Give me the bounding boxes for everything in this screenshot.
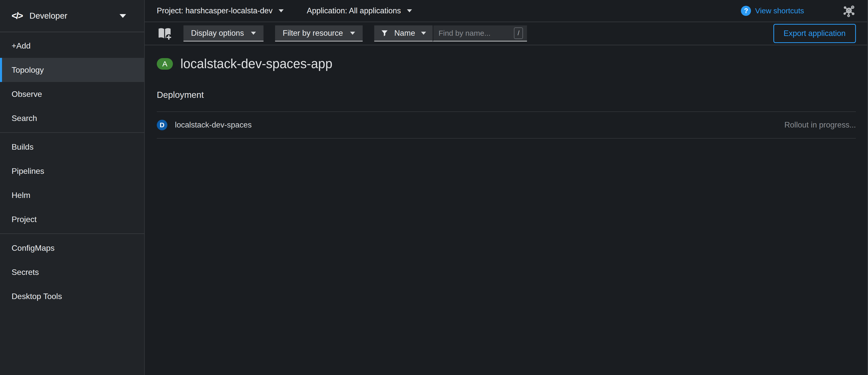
topology-graph-icon[interactable] — [842, 4, 856, 18]
deployment-status: Rollout in progress... — [784, 121, 856, 130]
sidebar-item-builds[interactable]: Builds — [0, 135, 144, 159]
topology-list-view: A localstack-dev-spaces-app Deployment D… — [145, 45, 868, 375]
slash-shortcut-badge: / — [514, 27, 523, 39]
main-area: Project: harshcasper-localsta-dev Applic… — [145, 0, 868, 375]
developer-code-icon: </> — [11, 11, 22, 21]
sidebar-item-topology[interactable]: Topology — [0, 58, 144, 82]
display-options-dropdown[interactable]: Display options — [183, 25, 264, 41]
name-filter-dropdown[interactable]: Name — [374, 25, 433, 41]
chevron-down-icon — [407, 9, 412, 12]
name-filter-group: Name / — [374, 25, 527, 41]
deployment-row[interactable]: D localstack-dev-spaces Rollout in progr… — [157, 111, 856, 139]
sidebar-item-observe[interactable]: Observe — [0, 82, 144, 106]
chevron-down-icon — [251, 32, 256, 35]
resource-list: D localstack-dev-spaces Rollout in progr… — [157, 111, 856, 139]
name-filter-label: Name — [394, 29, 415, 38]
resource-kind-title: Deployment — [157, 90, 856, 100]
nav-group-build: Builds Pipelines Helm Project — [0, 132, 144, 231]
export-application-button[interactable]: Export application — [773, 24, 856, 43]
deployment-name: localstack-dev-spaces — [175, 121, 252, 130]
sidebar-item-search[interactable]: Search — [0, 106, 144, 130]
chevron-down-icon — [120, 14, 126, 18]
sidebar-item-configmaps[interactable]: ConfigMaps — [0, 236, 144, 260]
chevron-down-icon — [350, 32, 355, 35]
application-name: localstack-dev-spaces-app — [181, 56, 333, 71]
help-question-icon: ? — [741, 6, 751, 16]
sidebar-item-desktop-tools[interactable]: Desktop Tools — [0, 284, 144, 308]
filter-by-resource-label: Filter by resource — [283, 29, 343, 38]
chevron-down-icon — [279, 9, 284, 12]
topology-toolbar: Display options Filter by resource Name … — [145, 22, 868, 45]
chevron-down-icon — [421, 32, 426, 35]
deployment-badge: D — [157, 120, 167, 130]
nav-group-main: +Add Topology Observe Search — [0, 34, 144, 130]
project-switcher[interactable]: Project: harshcasper-localsta-dev — [157, 6, 284, 15]
application-badge: A — [157, 58, 173, 70]
sidebar-item-secrets[interactable]: Secrets — [0, 260, 144, 284]
filter-by-resource-dropdown[interactable]: Filter by resource — [275, 25, 363, 41]
sidebar-item-add[interactable]: +Add — [0, 34, 144, 58]
view-shortcuts-link[interactable]: ? View shortcuts — [741, 6, 804, 16]
nav-group-config: ConfigMaps Secrets Desktop Tools — [0, 233, 144, 308]
display-options-label: Display options — [191, 29, 244, 38]
context-bar: Project: harshcasper-localsta-dev Applic… — [145, 0, 868, 22]
sidebar-item-helm[interactable]: Helm — [0, 183, 144, 207]
sidebar-item-pipelines[interactable]: Pipelines — [0, 159, 144, 183]
app-root: </> Developer +Add Topology Observe Sear… — [0, 0, 868, 375]
find-by-name-wrapper: / — [433, 25, 527, 41]
find-by-name-input[interactable] — [438, 29, 514, 37]
perspective-label: Developer — [29, 11, 113, 21]
application-group-header[interactable]: A localstack-dev-spaces-app — [157, 56, 856, 71]
sidebar-nav: +Add Topology Observe Search Builds Pipe… — [0, 34, 144, 308]
application-switcher[interactable]: Application: All applications — [307, 6, 412, 15]
sidebar: </> Developer +Add Topology Observe Sear… — [0, 0, 145, 375]
project-switcher-label: Project: harshcasper-localsta-dev — [157, 6, 273, 15]
perspective-switcher[interactable]: </> Developer — [0, 0, 144, 32]
application-switcher-label: Application: All applications — [307, 6, 401, 15]
view-shortcuts-label: View shortcuts — [755, 6, 804, 15]
filter-funnel-icon — [381, 29, 388, 37]
quick-add-book-icon[interactable] — [157, 26, 173, 41]
sidebar-item-project[interactable]: Project — [0, 207, 144, 231]
